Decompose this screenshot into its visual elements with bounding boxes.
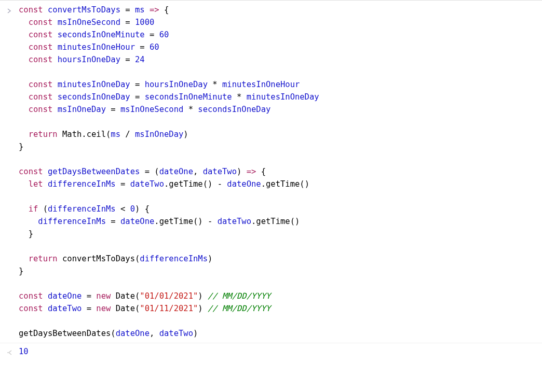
code-token: ms bbox=[111, 130, 120, 139]
code-token: < bbox=[116, 204, 130, 214]
code-token: dateOne bbox=[227, 179, 261, 189]
code-token: const bbox=[29, 30, 58, 39]
code-token: ( bbox=[106, 130, 111, 139]
code-token: msInOneSecond bbox=[120, 105, 183, 114]
code-token: ) bbox=[193, 329, 198, 338]
svg-point-0 bbox=[7, 352, 8, 353]
code-token: const bbox=[29, 92, 58, 102]
code-token: const bbox=[19, 5, 48, 15]
code-token: new bbox=[96, 291, 115, 301]
code-token: } bbox=[19, 142, 23, 151]
code-token: . bbox=[164, 179, 169, 189]
code-line: return Math.ceil(ms / msInOneDay) bbox=[19, 128, 319, 141]
code-token bbox=[19, 43, 29, 52]
code-token: = bbox=[145, 30, 159, 39]
code-line: const secondsInOneMinute = 60 bbox=[19, 29, 319, 41]
code-token: 60 bbox=[150, 43, 159, 52]
code-token: Date bbox=[116, 291, 135, 301]
code-token: const bbox=[29, 43, 58, 52]
code-line: const getDaysBetweenDates = (dateOne, da… bbox=[19, 165, 319, 178]
code-line: const minutesInOneDay = hoursInOneDay * … bbox=[19, 78, 319, 91]
code-token: dateTwo bbox=[159, 329, 193, 338]
code-token: msInOneSecond bbox=[58, 18, 120, 27]
code-token: ( bbox=[111, 329, 115, 338]
code-token: const bbox=[29, 55, 58, 64]
code-token: convertMsToDays bbox=[48, 5, 120, 15]
code-line: getDaysBetweenDates(dateOne, dateTwo) bbox=[19, 327, 319, 340]
code-line bbox=[19, 315, 319, 327]
code-line: } bbox=[19, 141, 319, 153]
console-output-row: 10 bbox=[0, 343, 542, 359]
code-line bbox=[19, 190, 319, 203]
code-token: } bbox=[19, 267, 23, 276]
code-token: const bbox=[19, 167, 48, 176]
code-token: ) bbox=[208, 254, 212, 263]
code-token bbox=[19, 30, 29, 39]
code-line: let differenceInMs = dateTwo.getTime() -… bbox=[19, 178, 319, 190]
code-token: { bbox=[256, 167, 266, 176]
code-token: = bbox=[120, 55, 135, 64]
code-token: = bbox=[130, 92, 145, 102]
code-token: = bbox=[106, 105, 120, 114]
code-token: const bbox=[29, 80, 58, 89]
console-input-code[interactable]: const convertMsToDays = ms => { const ms… bbox=[19, 4, 319, 342]
code-token: => bbox=[247, 167, 256, 176]
code-token: const bbox=[29, 105, 58, 114]
code-token: . bbox=[82, 130, 86, 139]
code-token: => bbox=[150, 5, 159, 15]
code-line bbox=[19, 240, 319, 253]
code-line: const msInOneSecond = 1000 bbox=[19, 16, 319, 29]
code-line: differenceInMs = dateOne.getTime() - dat… bbox=[19, 215, 319, 228]
code-token: 0 bbox=[130, 204, 135, 214]
code-token: ) bbox=[198, 304, 208, 313]
code-line: const hoursInOneDay = 24 bbox=[19, 53, 319, 66]
code-token: return bbox=[29, 254, 62, 263]
console-input-row[interactable]: const convertMsToDays = ms => { const ms… bbox=[0, 4, 542, 342]
console-output-value: 10 bbox=[19, 345, 29, 358]
code-token: const bbox=[19, 304, 48, 313]
code-token: 60 bbox=[159, 30, 169, 39]
code-token: ( bbox=[135, 254, 140, 263]
code-token: = bbox=[106, 217, 120, 226]
code-line: const dateOne = new Date("01/01/2021") /… bbox=[19, 290, 319, 302]
code-token: dateOne bbox=[159, 167, 193, 176]
code-token: differenceInMs bbox=[38, 217, 106, 226]
code-token: const bbox=[19, 291, 48, 301]
code-token: hoursInOneDay bbox=[145, 80, 208, 89]
code-token: msInOneDay bbox=[135, 130, 183, 139]
code-token: getTime bbox=[256, 217, 290, 226]
code-token: * bbox=[232, 92, 247, 102]
code-token: ) bbox=[198, 291, 208, 301]
code-token: secondsInOneMinute bbox=[58, 30, 145, 39]
code-token: = bbox=[130, 80, 145, 89]
code-token: ) bbox=[183, 130, 188, 139]
code-token: ) { bbox=[135, 204, 150, 214]
code-line: const convertMsToDays = ms => { bbox=[19, 4, 319, 16]
code-token: = bbox=[120, 18, 135, 27]
code-token: , bbox=[193, 167, 203, 176]
code-token bbox=[19, 130, 29, 139]
code-token: = ( bbox=[140, 167, 159, 176]
code-token bbox=[19, 254, 29, 263]
code-token: } bbox=[19, 229, 33, 239]
code-token bbox=[19, 80, 29, 89]
code-token: () bbox=[300, 179, 309, 189]
code-line bbox=[19, 277, 319, 290]
code-token: Date bbox=[116, 304, 135, 313]
code-token: = bbox=[82, 291, 96, 301]
console-panel: const convertMsToDays = ms => { const ms… bbox=[0, 0, 542, 362]
code-token: hoursInOneDay bbox=[58, 55, 120, 64]
code-token: secondsInOneDay bbox=[198, 105, 270, 114]
code-token: dateOne bbox=[120, 217, 154, 226]
code-token: differenceInMs bbox=[140, 254, 208, 263]
code-token: minutesInOneDay bbox=[58, 80, 130, 89]
code-token bbox=[19, 179, 29, 189]
code-line bbox=[19, 116, 319, 128]
code-token bbox=[19, 55, 29, 64]
code-token: differenceInMs bbox=[48, 179, 116, 189]
code-token: ( bbox=[135, 291, 140, 301]
code-token: . bbox=[154, 217, 159, 226]
code-token: "01/01/2021" bbox=[140, 291, 198, 301]
code-token bbox=[19, 217, 38, 226]
code-token: // MM/DD/YYYY bbox=[208, 291, 270, 301]
